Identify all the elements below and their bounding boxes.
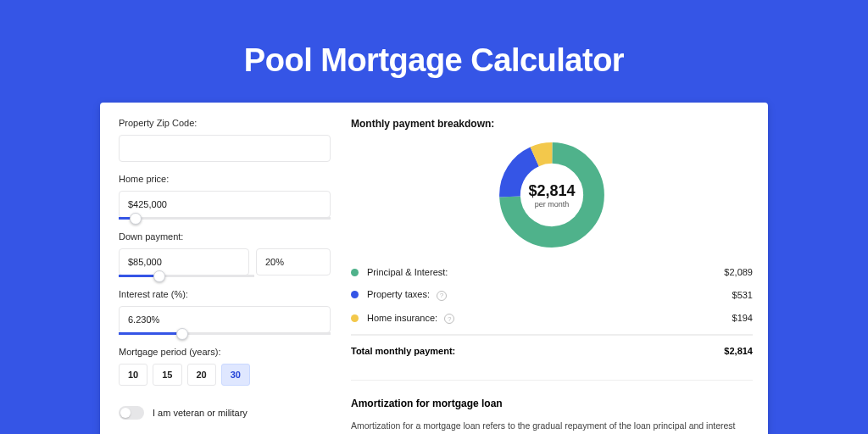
interest-rate-slider[interactable] xyxy=(119,332,331,335)
zip-label: Property Zip Code: xyxy=(119,118,331,128)
legend-amount: $194 xyxy=(732,313,753,323)
breakdown-title: Monthly payment breakdown: xyxy=(351,118,753,130)
down-payment-amount-input[interactable] xyxy=(119,248,249,275)
legend-principal-interest: Principal & Interest: $2,089 xyxy=(351,267,753,277)
period-10-button[interactable]: 10 xyxy=(119,364,147,386)
mortgage-period-group: 10 15 20 30 xyxy=(119,364,331,386)
mortgage-period-label: Mortgage period (years): xyxy=(119,347,331,357)
legend-label: Home insurance: ? xyxy=(367,313,732,325)
calculator-card: Property Zip Code: Home price: Down paym… xyxy=(100,103,768,434)
breakdown-panel: Monthly payment breakdown: $2,814 per mo… xyxy=(351,118,753,434)
veteran-toggle-label: I am veteran or military xyxy=(153,408,248,418)
period-20-button[interactable]: 20 xyxy=(187,364,216,386)
home-price-input[interactable] xyxy=(119,191,331,218)
breakdown-legend: Principal & Interest: $2,089 Property ta… xyxy=(351,267,753,336)
home-price-label: Home price: xyxy=(119,174,331,184)
total-amount: $2,814 xyxy=(724,346,753,356)
interest-rate-input[interactable] xyxy=(119,306,331,333)
info-icon[interactable]: ? xyxy=(437,291,447,301)
payment-donut-chart: $2,814 per month xyxy=(497,140,607,250)
total-label: Total monthly payment: xyxy=(351,346,724,356)
down-payment-pct-input[interactable] xyxy=(256,248,331,275)
down-payment-label: Down payment: xyxy=(119,231,331,242)
dot-icon xyxy=(351,269,359,276)
legend-label: Principal & Interest: xyxy=(367,267,724,277)
legend-label: Property taxes: ? xyxy=(367,289,732,301)
amortization-text: Amortization for a mortgage loan refers … xyxy=(351,420,753,434)
legend-amount: $531 xyxy=(732,290,753,300)
divider xyxy=(351,380,753,381)
form-panel: Property Zip Code: Home price: Down paym… xyxy=(119,118,331,434)
legend-property-taxes: Property taxes: ? $531 xyxy=(351,289,753,301)
veteran-toggle[interactable] xyxy=(119,406,144,420)
down-payment-slider[interactable] xyxy=(119,275,254,277)
slider-thumb[interactable] xyxy=(130,213,142,225)
dot-icon xyxy=(351,314,359,322)
slider-thumb[interactable] xyxy=(176,328,188,340)
info-icon[interactable]: ? xyxy=(444,314,454,324)
legend-amount: $2,089 xyxy=(724,267,753,277)
legend-home-insurance: Home insurance: ? $194 xyxy=(351,313,753,336)
total-row: Total monthly payment: $2,814 xyxy=(351,336,753,356)
page-title: Pool Mortgage Calculator xyxy=(244,42,624,79)
amortization-title: Amortization for mortgage loan xyxy=(351,398,753,409)
period-30-button[interactable]: 30 xyxy=(221,364,250,386)
toggle-knob xyxy=(120,408,131,418)
zip-input[interactable] xyxy=(119,135,331,162)
dot-icon xyxy=(351,291,359,298)
period-15-button[interactable]: 15 xyxy=(153,364,181,386)
interest-rate-label: Interest rate (%): xyxy=(119,289,331,299)
home-price-slider[interactable] xyxy=(119,217,331,220)
donut-total-amount: $2,814 xyxy=(528,182,575,200)
slider-thumb[interactable] xyxy=(153,270,165,282)
donut-sub-label: per month xyxy=(528,200,575,209)
